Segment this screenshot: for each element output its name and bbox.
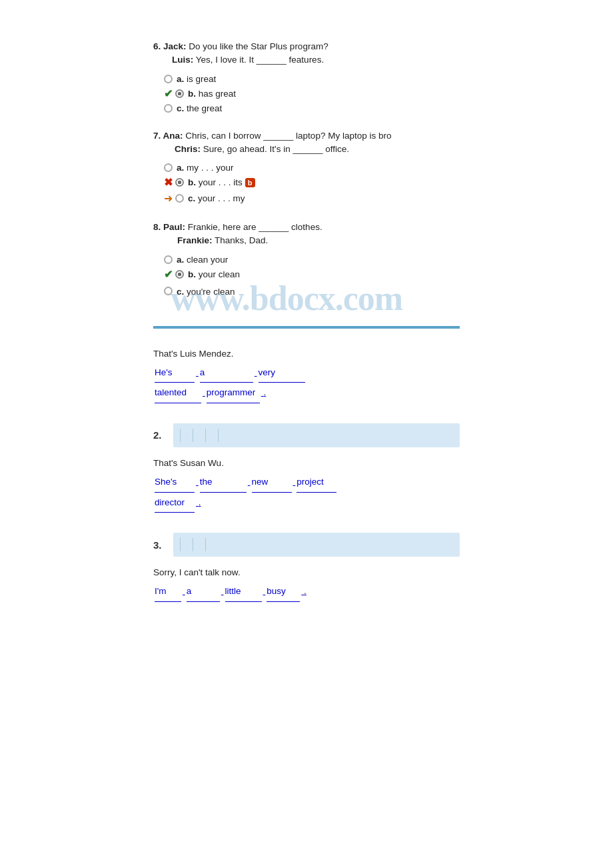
q6-radio-b xyxy=(175,89,184,98)
bar-div-3-1 xyxy=(180,538,181,551)
q7-b-text: your . . . its xyxy=(199,177,243,187)
q6-radio-a xyxy=(164,75,173,83)
q6-option-a[interactable]: a. is great xyxy=(164,74,460,84)
q6-option-c[interactable]: c. the great xyxy=(164,103,460,113)
q7-option-b[interactable]: ✖ b. your . . . its b xyxy=(164,176,460,189)
fill-intro-2: That's Susan Wu. xyxy=(153,458,460,468)
q7-radio-a xyxy=(164,163,173,172)
q8-correct-icon: ✔ xyxy=(164,268,173,281)
q6-c-text: the great xyxy=(187,103,222,113)
fill-word-the: the xyxy=(200,472,247,493)
q8-option-b[interactable]: ✔ b. your clean xyxy=(164,268,460,281)
question-7-text: 7. Ana: Chris, can I borrow ______ lapto… xyxy=(153,129,460,157)
q6-c-label: c. xyxy=(177,103,184,113)
q6-speaker2: Luis: xyxy=(172,55,193,65)
q8-option-c[interactable]: c. you're clean www.bdocx.com xyxy=(164,284,460,323)
q8-speaker1: 8. Paul: xyxy=(153,222,185,232)
question-8: 8. Paul: Frankie, here are ______ clothe… xyxy=(153,221,460,329)
bar-div-2 xyxy=(193,429,193,442)
q6-radio-c xyxy=(164,104,173,113)
question-6: 6. Jack: Do you like the Star Plus progr… xyxy=(153,40,460,113)
fill-period-2: . xyxy=(199,497,201,507)
q7-c-text: your . . . my xyxy=(198,193,245,203)
fill-line-2b: director . xyxy=(153,493,460,513)
q8-radio-b xyxy=(175,270,184,279)
section-2-image-bar xyxy=(173,423,460,447)
q7-badge: b xyxy=(245,178,255,187)
bar-div-1 xyxy=(180,429,181,442)
q7-radio-b xyxy=(175,178,184,187)
q6-option-b[interactable]: ✔ b. has great xyxy=(164,87,460,100)
fill-line-3a: I'm a little busy . xyxy=(153,581,460,602)
q8-c-text: you're clean xyxy=(187,287,235,297)
section-3-image-bar xyxy=(173,533,460,557)
question-7: 7. Ana: Chris, can I borrow ______ lapto… xyxy=(153,129,460,205)
fill-line-2a: She's the new project xyxy=(153,472,460,493)
q7-wrong-icon: ✖ xyxy=(164,176,173,189)
q7-a-text: my . . . your xyxy=(187,163,234,173)
q7-arrow-icon: ➜ xyxy=(164,192,173,205)
q7-option-a[interactable]: a. my . . . your xyxy=(164,163,460,173)
fill-word-project: project xyxy=(297,472,336,493)
divider-bar xyxy=(153,326,460,329)
section-3-header: 3. xyxy=(153,533,460,557)
q6-b-text: has great xyxy=(199,89,236,99)
fill-word-im: I'm xyxy=(155,581,181,602)
bar-div-3-3 xyxy=(205,538,206,551)
q8-speaker2: Frankie: xyxy=(177,235,213,245)
q7-speaker2: Chris: xyxy=(175,144,201,154)
q7-a-label: a. xyxy=(177,163,184,173)
fill-word-director: director xyxy=(155,493,195,513)
q8-radio-c xyxy=(164,287,173,295)
q8-a-text: clean your xyxy=(187,255,228,265)
question-8-text: 8. Paul: Frankie, here are ______ clothe… xyxy=(153,221,460,248)
fill-line-1a: He's a very xyxy=(153,363,460,383)
q6-a-label: a. xyxy=(177,74,184,84)
q7-radio-c xyxy=(175,194,184,203)
q6-correct-icon: ✔ xyxy=(164,87,173,100)
q7-c-label: c. xyxy=(188,193,195,203)
fill-intro-3: Sorry, I can't talk now. xyxy=(153,567,460,577)
bar-div-4 xyxy=(218,429,219,442)
q8-a-label: a. xyxy=(177,255,184,265)
fill-word-busy: busy xyxy=(267,581,300,602)
fill-section-1: That's Luis Mendez. He's a very talented… xyxy=(153,349,460,403)
fill-period-3: . xyxy=(304,586,306,596)
fill-line-1b: talented programmer . xyxy=(153,383,460,403)
section-3-number: 3. xyxy=(153,539,167,551)
q6-b-label: b. xyxy=(188,89,196,99)
q8-b-label: b. xyxy=(188,269,196,279)
fill-word-hes: He's xyxy=(155,363,195,383)
q7-b-label: b. xyxy=(188,177,196,187)
numbered-section-2: 2. That's Susan Wu. She's the new projec… xyxy=(153,423,460,513)
section-2-header: 2. xyxy=(153,423,460,447)
bar-div-3-2 xyxy=(193,538,193,551)
q8-radio-a xyxy=(164,255,173,264)
q8-b-text: your clean xyxy=(199,269,240,279)
fill-word-shes: She's xyxy=(155,472,195,493)
q8-option-a[interactable]: a. clean your xyxy=(164,255,460,265)
q6-speaker1: 6. Jack: xyxy=(153,41,187,51)
fill-word-little: little xyxy=(225,581,262,602)
q7-option-c[interactable]: ➜ c. your . . . my xyxy=(164,192,460,205)
fill-word-programmer: programmer xyxy=(207,383,260,403)
fill-word-a1: a xyxy=(200,363,253,383)
fill-word-new: new xyxy=(252,472,292,493)
q8-c-label: c. xyxy=(177,287,184,297)
bar-div-3 xyxy=(205,429,206,442)
questions-section: 6. Jack: Do you like the Star Plus progr… xyxy=(153,40,460,329)
fill-period-1: . xyxy=(264,387,267,397)
fill-intro-1: That's Luis Mendez. xyxy=(153,349,460,359)
fill-word-very: very xyxy=(259,363,305,383)
question-6-text: 6. Jack: Do you like the Star Plus progr… xyxy=(153,40,460,67)
section-2-number: 2. xyxy=(153,429,167,441)
fill-word-talented: talented xyxy=(155,383,201,403)
q6-a-text: is great xyxy=(187,74,216,84)
q7-speaker1: 7. Ana: xyxy=(153,131,183,141)
fill-word-a3: a xyxy=(187,581,220,602)
numbered-section-3: 3. Sorry, I can't talk now. I'm a little… xyxy=(153,533,460,602)
